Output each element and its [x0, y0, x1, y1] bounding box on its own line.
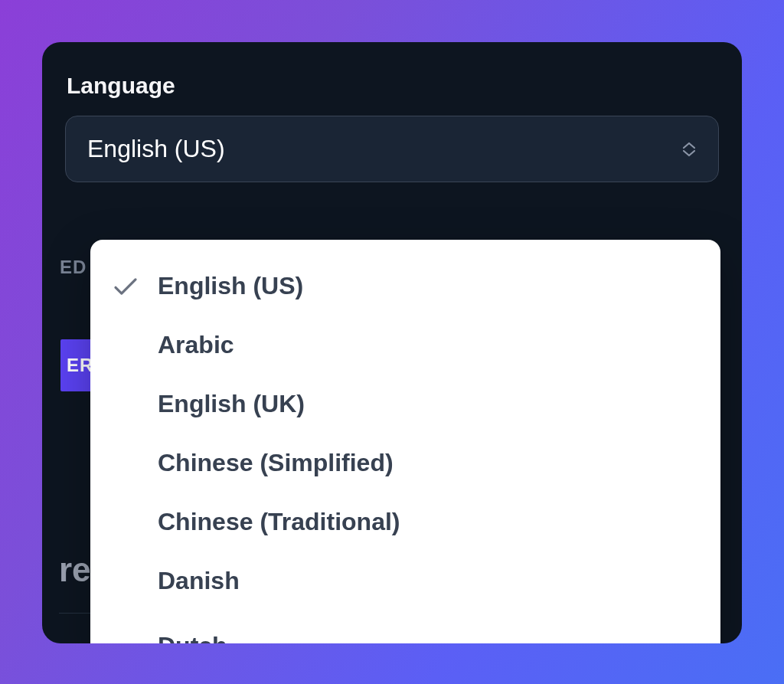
obscured-heading: re	[59, 551, 91, 589]
option-icon-spacer	[113, 392, 145, 417]
chevron-up-down-icon	[681, 142, 697, 157]
option-label: Chinese (Traditional)	[158, 508, 400, 536]
option-label: Arabic	[158, 331, 234, 359]
option-icon-spacer	[113, 510, 145, 535]
settings-panel: Language English (US) ED ER re re Englis…	[42, 42, 742, 643]
option-label: English (UK)	[158, 390, 305, 418]
language-option-chinese-traditional[interactable]: Chinese (Traditional)	[90, 493, 720, 551]
language-dropdown: English (US) Arabic English (UK) Chinese…	[90, 240, 720, 643]
option-icon-spacer	[113, 451, 145, 476]
option-label: Danish	[158, 567, 240, 595]
check-icon	[113, 274, 145, 299]
language-option-arabic[interactable]: Arabic	[90, 316, 720, 375]
option-label: Chinese (Simplified)	[158, 449, 394, 477]
option-icon-spacer	[113, 628, 145, 644]
obscured-text: ED	[60, 257, 87, 278]
language-option-english-uk[interactable]: English (UK)	[90, 375, 720, 434]
language-select-value: English (US)	[87, 135, 225, 163]
language-option-danish[interactable]: Danish	[90, 551, 720, 610]
language-option-chinese-simplified[interactable]: Chinese (Simplified)	[90, 434, 720, 493]
language-label: Language	[67, 73, 719, 99]
option-icon-spacer	[113, 333, 145, 358]
language-option-dutch[interactable]: Dutch	[90, 610, 720, 643]
language-select[interactable]: English (US)	[65, 116, 719, 182]
option-icon-spacer	[113, 569, 145, 594]
option-label: English (US)	[158, 272, 303, 300]
obscured-text-2: re	[59, 636, 80, 643]
language-option-english-us[interactable]: English (US)	[90, 257, 720, 316]
option-label: Dutch	[158, 632, 227, 643]
